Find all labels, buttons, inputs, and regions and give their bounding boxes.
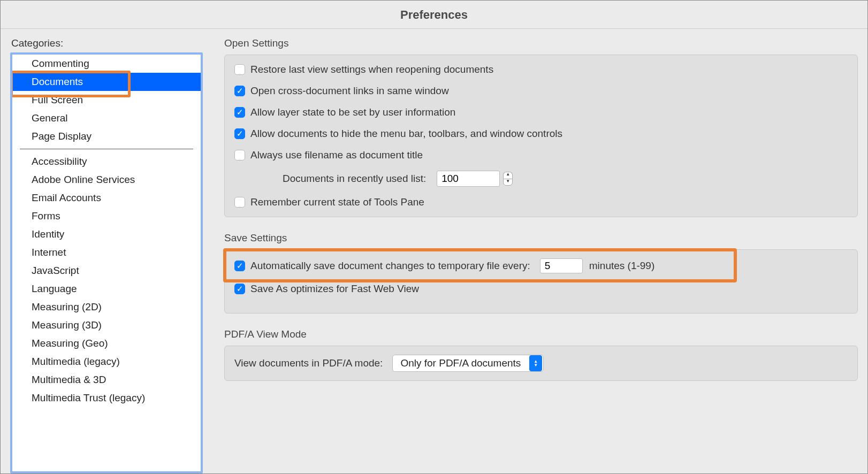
category-full-screen[interactable]: Full Screen xyxy=(12,91,201,109)
category-accessibility[interactable]: Accessibility xyxy=(12,152,201,171)
category-internet[interactable]: Internet xyxy=(12,243,201,262)
stepper-up-icon[interactable]: ▲ xyxy=(503,172,513,179)
recent-list-input[interactable] xyxy=(437,171,500,187)
cross-links-checkbox[interactable]: ✓ xyxy=(234,86,245,96)
category-documents[interactable]: Documents xyxy=(12,73,201,91)
category-email-accounts[interactable]: Email Accounts xyxy=(12,189,201,207)
restore-last-view-checkbox[interactable] xyxy=(234,64,245,75)
autosave-checkbox[interactable]: ✓ xyxy=(234,261,245,271)
category-measuring-geo[interactable]: Measuring (Geo) xyxy=(12,334,201,353)
category-page-display[interactable]: Page Display xyxy=(12,127,201,146)
save-settings-title: Save Settings xyxy=(224,232,858,244)
category-multimedia-trust[interactable]: Multimedia Trust (legacy) xyxy=(12,389,201,407)
layer-state-checkbox[interactable]: ✓ xyxy=(234,107,245,118)
pdfa-group: View documents in PDF/A mode: Only for P… xyxy=(224,346,858,381)
preferences-dialog: Preferences Categories: Commenting Docum… xyxy=(1,1,867,473)
cross-links-label: Open cross-document links in same window xyxy=(250,85,449,97)
recent-list-label: Documents in recently used list: xyxy=(283,173,426,185)
category-multimedia-3d[interactable]: Multimedia & 3D xyxy=(12,371,201,389)
hide-menu-label: Allow documents to hide the menu bar, to… xyxy=(250,128,562,140)
category-forms[interactable]: Forms xyxy=(12,207,201,225)
category-language[interactable]: Language xyxy=(12,280,201,298)
category-identity[interactable]: Identity xyxy=(12,225,201,243)
open-settings-group: Restore last view settings when reopenin… xyxy=(224,55,858,217)
layer-state-label: Allow layer state to be set by user info… xyxy=(250,106,455,118)
filename-title-label: Always use filename as document title xyxy=(250,149,423,161)
category-commenting[interactable]: Commenting xyxy=(12,55,201,73)
autosave-label: Automatically save document changes to t… xyxy=(250,260,530,272)
remember-tools-checkbox[interactable] xyxy=(234,197,245,208)
pdfa-label: View documents in PDF/A mode: xyxy=(234,357,383,369)
fast-web-label: Save As optimizes for Fast Web View xyxy=(250,283,419,295)
fast-web-checkbox[interactable]: ✓ xyxy=(234,284,245,294)
category-adobe-online[interactable]: Adobe Online Services xyxy=(12,171,201,189)
autosave-interval-input[interactable] xyxy=(540,258,583,273)
categories-divider xyxy=(20,149,193,149)
category-general[interactable]: General xyxy=(12,109,201,127)
pdfa-mode-value: Only for PDF/A documents xyxy=(393,357,528,369)
hide-menu-checkbox[interactable]: ✓ xyxy=(234,128,245,139)
category-measuring-3d[interactable]: Measuring (3D) xyxy=(12,316,201,334)
pdfa-mode-select[interactable]: Only for PDF/A documents ▲▼ xyxy=(392,355,544,372)
category-measuring-2d[interactable]: Measuring (2D) xyxy=(12,298,201,316)
restore-last-view-label: Restore last view settings when reopenin… xyxy=(250,64,493,75)
filename-title-checkbox[interactable] xyxy=(234,150,245,160)
remember-tools-label: Remember current state of Tools Pane xyxy=(250,196,424,208)
window-title: Preferences xyxy=(1,1,867,29)
select-arrows-icon: ▲▼ xyxy=(529,355,542,371)
category-multimedia-legacy[interactable]: Multimedia (legacy) xyxy=(12,353,201,371)
open-settings-title: Open Settings xyxy=(224,37,858,49)
categories-listbox[interactable]: Commenting Documents Full Screen General… xyxy=(10,52,203,473)
categories-label: Categories: xyxy=(11,37,203,49)
autosave-suffix: minutes (1-99) xyxy=(589,260,655,272)
content-area: Categories: Commenting Documents Full Sc… xyxy=(1,29,867,473)
settings-panel: Open Settings Restore last view settings… xyxy=(203,37,858,473)
category-javascript[interactable]: JavaScript xyxy=(12,262,201,280)
recent-list-stepper[interactable]: ▲ ▼ xyxy=(503,172,513,186)
stepper-down-icon[interactable]: ▼ xyxy=(503,179,513,186)
pdfa-title: PDF/A View Mode xyxy=(224,328,858,340)
categories-column: Categories: Commenting Documents Full Sc… xyxy=(10,37,203,473)
save-settings-group: ✓ Automatically save document changes to… xyxy=(224,249,858,314)
